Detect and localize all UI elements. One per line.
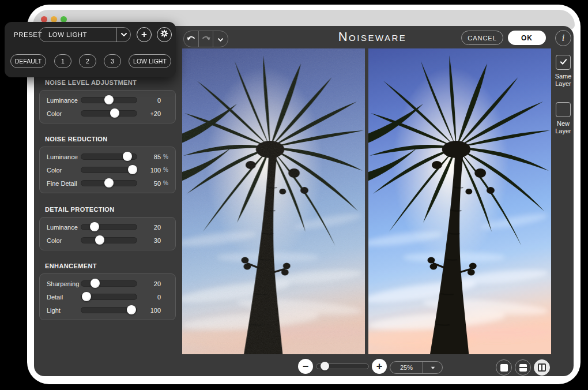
preview-after-image[interactable]: [368, 48, 551, 354]
info-icon: i: [562, 33, 564, 43]
slider-thumb[interactable]: [110, 108, 119, 118]
preset-settings-button[interactable]: [157, 27, 172, 42]
cancel-button[interactable]: CANCEL: [461, 31, 503, 45]
color-reduction-slider[interactable]: [81, 167, 137, 173]
slider-value: 0: [137, 97, 161, 104]
section-noise-level-adjustment: NOISE LEVEL ADJUSTMENT Luminance 0 Color…: [34, 79, 181, 123]
slider-row-luminance: Luminance 20: [40, 220, 175, 234]
slider-thumb[interactable]: [104, 95, 114, 104]
history-controls: [183, 31, 228, 47]
luminance-adjust-slider[interactable]: [81, 97, 137, 103]
new-layer-label: New Layer: [552, 120, 575, 135]
redo-icon: [201, 34, 211, 44]
preset-button-1[interactable]: 1: [54, 54, 71, 68]
slider-row-color: Color 100 %: [40, 163, 175, 177]
new-layer-checkbox[interactable]: [556, 102, 571, 117]
add-preset-button[interactable]: +: [137, 27, 152, 42]
zoom-level-dropdown[interactable]: 25%: [390, 361, 443, 374]
light-slider[interactable]: [81, 307, 137, 313]
view-split-vertical-icon: [538, 363, 546, 372]
slider-value: 30: [137, 237, 161, 244]
zoom-slider-thumb[interactable]: [321, 362, 329, 370]
slider-thumb[interactable]: [104, 178, 114, 187]
chevron-down-icon: [423, 362, 442, 373]
slider-thumb[interactable]: [95, 235, 104, 245]
slider-thumb[interactable]: [90, 222, 99, 231]
preset-button-3[interactable]: 3: [104, 54, 121, 68]
view-split-horizontal-button[interactable]: [515, 359, 531, 376]
section-title: NOISE LEVEL ADJUSTMENT: [45, 79, 181, 86]
chevron-down-icon: [116, 28, 130, 42]
slider-label: Light: [47, 307, 81, 314]
minus-icon: −: [303, 361, 309, 373]
checkmark-icon: [560, 57, 567, 68]
slider-row-light: Light 100: [40, 303, 175, 317]
slider-label: Sharpening: [47, 280, 81, 287]
slider-value: 20: [137, 280, 161, 287]
slider-label: Color: [47, 110, 81, 117]
same-layer-checkbox[interactable]: [556, 55, 571, 70]
slider-unit: %: [161, 153, 168, 160]
detail-slider[interactable]: [81, 294, 137, 300]
slider-value: +20: [137, 110, 161, 117]
redo-button[interactable]: [198, 31, 213, 47]
view-split-vertical-button[interactable]: [534, 359, 550, 376]
slider-group: Sharpening 20 Detail 0 Light: [39, 273, 176, 320]
chevron-down-icon: [217, 34, 224, 44]
slider-row-detail: Detail 0: [40, 290, 175, 303]
slider-label: Luminance: [47, 153, 81, 160]
undo-button[interactable]: [184, 31, 198, 47]
section-enhancement: ENHANCEMENT Sharpening 20 Detail 0: [34, 262, 181, 320]
section-detail-protection: DETAIL PROTECTION Luminance 20 Color 30: [34, 206, 181, 250]
preset-dropdown[interactable]: LOW LIGHT: [39, 27, 131, 42]
preview-area: [182, 48, 551, 354]
view-single-button[interactable]: [496, 359, 512, 376]
preview-zoom-slider[interactable]: [316, 363, 369, 369]
slider-group: Luminance 85 % Color 100 % Fine De: [39, 147, 176, 193]
section-title: DETAIL PROTECTION: [45, 206, 181, 213]
luminance-protection-slider[interactable]: [81, 224, 137, 230]
color-protection-slider[interactable]: [81, 237, 137, 243]
same-layer-label: Same Layer: [552, 73, 575, 88]
preset-button-default[interactable]: DEFAULT: [10, 54, 46, 68]
slider-label: Detail: [47, 294, 81, 301]
slider-row-sharpening: Sharpening 20: [40, 277, 175, 290]
slider-value: 20: [137, 224, 161, 231]
gear-icon: [160, 29, 168, 40]
fine-detail-slider[interactable]: [81, 180, 137, 186]
slider-label: Luminance: [47, 97, 81, 104]
slider-thumb[interactable]: [128, 165, 137, 174]
slider-row-luminance: Luminance 85 %: [40, 150, 175, 163]
info-button[interactable]: i: [555, 30, 571, 46]
color-adjust-slider[interactable]: [81, 110, 137, 117]
slider-unit: %: [161, 180, 168, 186]
preview-before-image[interactable]: [182, 48, 365, 354]
slider-row-color: Color 30: [40, 234, 175, 247]
slider-thumb[interactable]: [127, 305, 136, 314]
undo-icon: [186, 34, 196, 44]
history-menu-button[interactable]: [213, 31, 228, 47]
view-split-horizontal-icon: [519, 364, 527, 372]
slider-label: Fine Detail: [47, 180, 81, 187]
zoom-in-button[interactable]: +: [372, 359, 387, 374]
slider-value: 100: [137, 167, 161, 174]
zoom-out-button[interactable]: −: [298, 359, 313, 374]
slider-row-color: Color +20: [40, 107, 175, 120]
slider-unit: %: [161, 167, 168, 173]
plus-icon: +: [376, 361, 383, 373]
preset-panel: PRESET LOW LIGHT +: [5, 22, 176, 77]
slider-thumb[interactable]: [91, 279, 100, 288]
slider-thumb[interactable]: [82, 292, 91, 301]
slider-value: 100: [137, 307, 161, 314]
layer-output-rail: Same Layer New Layer: [552, 55, 575, 135]
sharpening-slider[interactable]: [81, 280, 137, 287]
preset-button-low-light[interactable]: LOW LIGHT: [129, 54, 171, 68]
luminance-reduction-slider[interactable]: [81, 153, 137, 160]
slider-value: 0: [137, 294, 161, 301]
zoom-level-value: 25%: [390, 364, 423, 371]
ok-button[interactable]: OK: [508, 31, 546, 45]
slider-group: Luminance 20 Color 30: [39, 217, 176, 250]
preset-button-2[interactable]: 2: [79, 54, 96, 68]
slider-label: Luminance: [47, 224, 81, 231]
slider-thumb[interactable]: [123, 152, 132, 161]
